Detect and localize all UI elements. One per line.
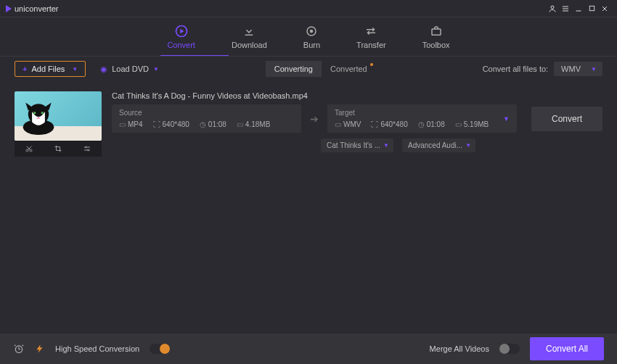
target-title: Target	[335, 109, 510, 117]
subtitle-value: Cat Thinks It's ...	[327, 141, 380, 149]
output-format-select[interactable]: WMV ▼	[554, 62, 602, 76]
chevron-down-icon: ▼	[72, 66, 78, 73]
app-title: uniconverter	[15, 4, 59, 13]
tab-converted[interactable]: Converted	[322, 61, 376, 77]
nav-convert[interactable]: Convert	[167, 24, 195, 49]
maximize-icon[interactable]	[585, 2, 598, 15]
chevron-down-icon[interactable]: ▼	[503, 115, 510, 123]
download-icon	[242, 24, 256, 38]
convert-all-button[interactable]: Convert All	[530, 337, 604, 360]
nav-label: Burn	[303, 41, 320, 49]
menu-icon[interactable]	[559, 2, 572, 15]
user-icon[interactable]	[546, 2, 559, 15]
notification-dot-icon	[370, 63, 373, 66]
add-files-label: Add Files	[31, 65, 65, 73]
nav-transfer[interactable]: Transfer	[356, 24, 386, 49]
thumbnail-column	[15, 91, 102, 157]
bolt-icon	[35, 344, 45, 354]
tab-label: Converting	[274, 65, 313, 73]
svg-point-0	[551, 6, 554, 9]
thumbnail-image	[19, 100, 58, 135]
svg-point-25	[86, 146, 87, 148]
source-title: Source	[119, 109, 294, 117]
svg-point-26	[88, 149, 89, 151]
chevron-down-icon: ▼	[153, 66, 159, 73]
audio-value: Advanced Audi...	[408, 141, 462, 149]
expand-icon: ⛶	[153, 120, 160, 128]
toolbox-icon	[429, 24, 444, 38]
alarm-icon[interactable]	[13, 343, 25, 355]
merge-label: Merge All Videos	[430, 344, 489, 353]
source-resolution: ⛶640*480	[153, 120, 189, 128]
toolbar: + Add Files ▼ ◉ Load DVD ▼ Converting Co…	[0, 57, 617, 81]
file-info: Cat Thinks It's A Dog - Funny Videos at …	[112, 91, 602, 152]
chevron-down-icon: ▼	[591, 66, 597, 73]
status-tabs: Converting Converted	[266, 61, 376, 77]
burn-icon	[304, 24, 319, 38]
svg-rect-14	[432, 29, 441, 35]
subtitle-select[interactable]: Cat Thinks It's ... ▼	[321, 138, 393, 152]
convert-all-label: Convert All	[546, 344, 588, 354]
plus-icon: +	[23, 65, 27, 73]
tab-label: Converted	[330, 65, 367, 73]
arrow-right-icon: ➔	[310, 113, 319, 125]
source-duration: ◷01:08	[200, 120, 226, 128]
nav-toolbox[interactable]: Toolbox	[422, 24, 450, 49]
bottom-bar: High Speed Conversion Merge All Videos C…	[0, 334, 617, 364]
target-resolution: ⛶640*480	[371, 120, 407, 128]
clock-icon: ◷	[200, 120, 206, 128]
nav-label: Download	[232, 41, 267, 49]
audio-select[interactable]: Advanced Audi... ▼	[402, 138, 475, 152]
nav-underline	[0, 55, 617, 56]
target-size: ▭5.19MB	[455, 120, 489, 128]
file-icon: ▭	[335, 120, 341, 128]
chevron-down-icon: ▼	[465, 142, 471, 149]
file-icon: ▭	[119, 120, 126, 128]
output-format-value: WMV	[561, 65, 581, 73]
transfer-icon	[364, 24, 378, 38]
nav-download[interactable]: Download	[232, 24, 267, 49]
disc-icon: ◉	[100, 65, 107, 74]
nav-label: Convert	[167, 41, 195, 49]
svg-line-30	[15, 345, 15, 346]
load-dvd-button[interactable]: ◉ Load DVD ▼	[100, 65, 159, 74]
thumbnail-tools	[15, 141, 102, 157]
source-format: ▭MP4	[119, 120, 143, 128]
close-icon[interactable]	[598, 2, 611, 15]
minimize-icon[interactable]	[572, 2, 585, 15]
folder-icon: ▭	[237, 120, 243, 128]
svg-point-18	[41, 112, 44, 115]
target-format: ▭WMV	[335, 120, 361, 128]
add-files-button[interactable]: + Add Files ▼	[15, 61, 86, 77]
tab-converting[interactable]: Converting	[266, 61, 322, 77]
convert-all-format: Convert all files to: WMV ▼	[483, 62, 602, 76]
convert-icon	[174, 24, 189, 38]
file-row: Cat Thinks It's A Dog - Funny Videos at …	[15, 91, 602, 157]
folder-icon: ▭	[455, 120, 462, 128]
settings-icon[interactable]	[83, 144, 91, 153]
file-name: Cat Thinks It's A Dog - Funny Videos at …	[112, 91, 602, 100]
convert-button[interactable]: Convert	[531, 107, 602, 131]
hsc-label: High Speed Conversion	[55, 344, 139, 353]
svg-point-11	[311, 30, 313, 33]
convert-label: Convert	[552, 114, 582, 124]
target-panel[interactable]: Target ▭WMV ⛶640*480 ◷01:08 ▭5.19MB ▼	[327, 104, 517, 133]
cut-icon[interactable]	[25, 144, 33, 153]
load-dvd-label: Load DVD	[112, 65, 149, 73]
video-thumbnail[interactable]	[15, 91, 102, 141]
merge-toggle[interactable]	[499, 344, 520, 354]
logo-icon	[6, 5, 12, 12]
file-list: Cat Thinks It's A Dog - Funny Videos at …	[0, 81, 617, 167]
crop-icon[interactable]	[54, 144, 62, 153]
app-logo: uniconverter	[6, 4, 59, 13]
source-panel: Source ▭MP4 ⛶640*480 ◷01:08 ▭4.18MB	[112, 104, 301, 133]
source-size: ▭4.18MB	[237, 120, 270, 128]
target-duration: ◷01:08	[418, 120, 445, 128]
expand-icon: ⛶	[371, 120, 378, 128]
nav-burn[interactable]: Burn	[303, 24, 320, 49]
svg-point-17	[33, 112, 36, 115]
hsc-toggle[interactable]	[150, 344, 170, 354]
clock-icon: ◷	[418, 120, 425, 128]
top-nav: Convert Download Burn Transfer Toolbox	[0, 17, 617, 57]
nav-label: Transfer	[356, 41, 386, 49]
